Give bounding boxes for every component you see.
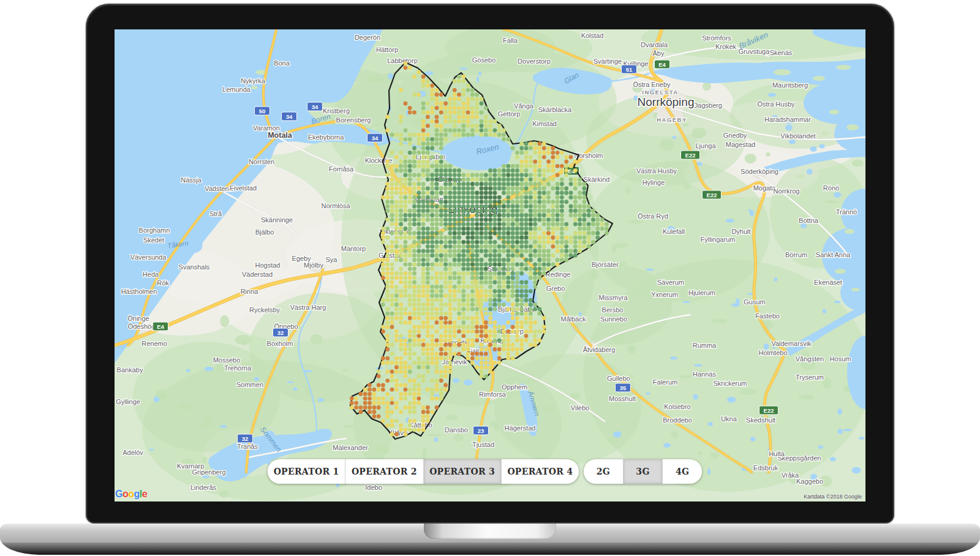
map-town-label: Rinna: [241, 288, 259, 295]
map-town-label: Östra Eneby: [633, 81, 671, 88]
map-town-label: Östra Ryd: [638, 212, 668, 220]
road-shield: 23: [473, 426, 489, 435]
map-town-label: Ekebyborna: [308, 133, 345, 141]
map-town-label: Fornåsa: [329, 165, 354, 173]
map-town-label: Falla: [503, 37, 518, 44]
map-town-label: Strömfors: [702, 34, 731, 42]
map-town-label: Dyhult: [731, 228, 750, 235]
map-town-label: Sankt Anna: [816, 251, 851, 258]
map-town-label: Hogstad: [255, 261, 281, 269]
map-town-label: Normlösa: [321, 202, 350, 209]
map-town-label: Krokek: [715, 43, 737, 50]
google-logo-letter: G: [115, 489, 123, 499]
map-town-label: Fivelstad: [230, 184, 257, 192]
svg-text:51: 51: [626, 66, 633, 73]
map-town-label: Åtvidaberg: [583, 346, 616, 353]
map-town-label: Vadstena: [205, 185, 233, 192]
map-attribution: Kartdata ©2018 Google: [804, 494, 862, 500]
laptop-screen: DegerönHättorpLabbetorpBonaNykyrkaLemund…: [115, 29, 865, 502]
map-town-label: Holmtebo: [758, 349, 787, 356]
map-town-label: Svanshals: [179, 263, 210, 271]
operator-operator-3-button[interactable]: OPERATOR 3: [424, 459, 502, 484]
road-shield: E22: [681, 151, 700, 159]
map-town-label: Svärtinge: [594, 58, 622, 65]
road-shield: 34: [307, 102, 323, 111]
road-shield: E22: [760, 406, 778, 415]
operator-operator-2-button[interactable]: OPERATOR 2: [345, 459, 423, 484]
map-town-label: Hylinge: [643, 179, 665, 186]
map-town-label: Falerum: [653, 378, 677, 386]
coverage-map-canvas[interactable]: DegerönHättorpLabbetorpBonaNykyrkaLemund…: [115, 29, 865, 502]
svg-text:34: 34: [286, 113, 293, 120]
map-town-label: Bona: [274, 59, 290, 67]
map-town-label: Vångsten: [796, 355, 824, 363]
map-town-label: Ukna: [721, 415, 737, 423]
road-shield: 34: [368, 133, 383, 142]
map-town-label: Sunnebo: [600, 315, 627, 323]
map-town-label: Rönö: [823, 184, 839, 192]
map-town-label: Björsäter: [592, 261, 619, 268]
map-town-label: Doverstorp: [518, 58, 551, 65]
map-town-label: Öninge: [127, 315, 149, 322]
map-town-label: Ekenäset: [814, 279, 842, 286]
map-town-label: Egeby: [292, 255, 311, 262]
map-town-label: Söderköping: [741, 168, 778, 175]
map-town-label: Idebo: [365, 484, 382, 491]
map-town-label: Väversunda: [130, 254, 167, 261]
map-town-label: Sya: [326, 256, 338, 263]
google-logo-letter: g: [134, 489, 140, 499]
map-town-label: Heda: [143, 271, 159, 278]
map-town-label: Fyllingarum: [701, 236, 736, 243]
map-town-label: Kaggebo: [796, 478, 823, 485]
road-shield: E22: [703, 190, 722, 199]
technology-3g-button[interactable]: 3G: [624, 459, 663, 484]
road-shield: 35: [616, 383, 631, 392]
map-town-label: Gnedby: [723, 132, 747, 139]
map-town-label: Rimforsa: [479, 391, 507, 398]
map-town-label: Gösebo: [472, 56, 496, 64]
map-town-label: Borensberg: [336, 116, 371, 124]
map-town-label: Tryserum: [796, 374, 824, 381]
technology-4g-button[interactable]: 4G: [663, 459, 702, 484]
map-town-label: Ödeshög: [128, 323, 156, 330]
map-town-label: Väderstad: [242, 271, 273, 278]
map-town-label: Degerön: [355, 34, 380, 41]
road-shield: 51: [622, 65, 637, 73]
map-town-label: Målbäck: [561, 315, 586, 323]
map-town-label: Hättorp: [376, 46, 398, 53]
svg-text:34: 34: [312, 103, 318, 110]
map-town-label: Mosshult: [609, 395, 636, 402]
map-town-label: Hulta: [769, 450, 785, 457]
map-town-label: Gullebo: [607, 375, 630, 382]
map-town-label: Mogata: [753, 184, 777, 192]
laptop-lid-notch: [424, 524, 556, 539]
map-town-label: Magestad: [726, 141, 755, 148]
map-town-label: Vilebo: [571, 404, 589, 411]
svg-text:E22: E22: [707, 192, 717, 198]
technology-2g-button[interactable]: 2G: [584, 459, 624, 484]
map-town-label: Skärkind: [584, 176, 610, 183]
map-town-label: Sommen: [236, 381, 263, 388]
map-town-label: Gusum: [744, 298, 765, 306]
map-town-label: Skrickerum: [713, 380, 747, 387]
svg-text:23: 23: [478, 427, 484, 434]
map-town-label: Gettorp: [498, 110, 521, 118]
technology-button-group: 2G3G4G: [584, 459, 702, 484]
operator-button-group: OPERATOR 1OPERATOR 2OPERATOR 3OPERATOR 4: [268, 459, 579, 484]
operator-operator-1-button[interactable]: OPERATOR 1: [268, 459, 345, 484]
map-district-label: HAGEBY: [657, 116, 687, 123]
map-city-label: Norrköping: [638, 96, 695, 108]
map-town-label: Bottna: [799, 217, 819, 224]
map-town-label: Skedshult: [746, 416, 775, 424]
map-town-label: Ryckelsby: [249, 306, 281, 314]
map-town-label: Malexander: [333, 444, 368, 451]
map-town-label: Dagsberg: [693, 102, 722, 109]
map-town-label: Bersbo: [602, 306, 624, 314]
map-town-label: Kolstad: [581, 32, 604, 39]
map-town-label: Nässja: [181, 176, 202, 184]
map-town-label: Hästholmen: [121, 288, 157, 295]
google-maps-logo[interactable]: Google: [115, 489, 147, 500]
operator-operator-4-button[interactable]: OPERATOR 4: [502, 459, 579, 484]
map-town-label: Grebo: [546, 285, 565, 292]
road-shield: 50: [255, 107, 270, 115]
